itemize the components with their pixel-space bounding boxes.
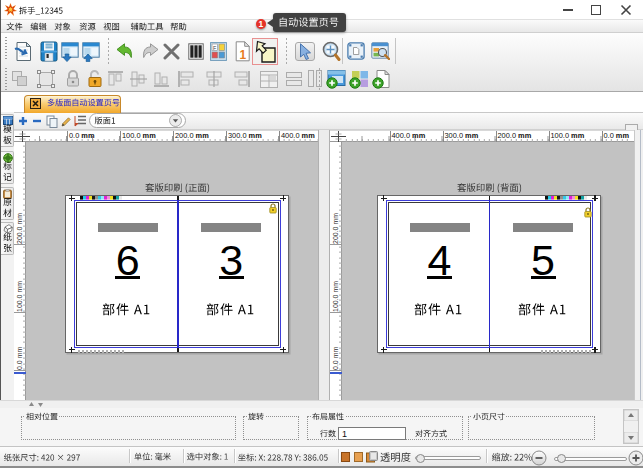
svg-text:1: 1: [240, 48, 247, 62]
